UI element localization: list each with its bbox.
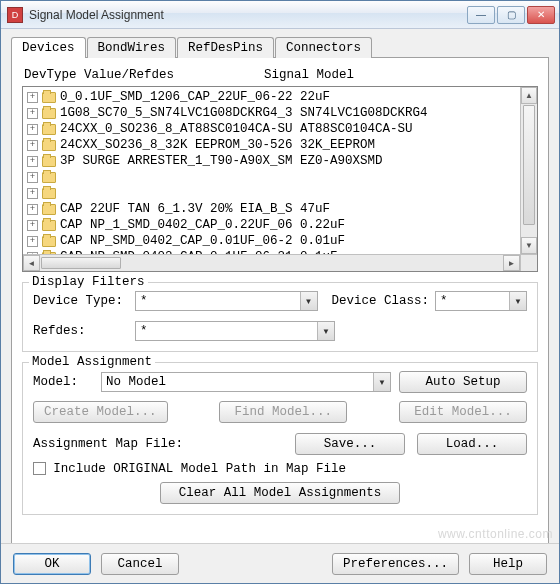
expand-icon[interactable]: +	[27, 156, 38, 167]
expand-icon[interactable]: +	[27, 172, 38, 183]
load-map-button[interactable]: Load...	[417, 433, 527, 455]
device-class-value: *	[440, 294, 448, 308]
tree-header: DevType Value/Refdes Signal Model	[24, 68, 538, 82]
vertical-scrollbar[interactable]: ▲ ▼	[520, 87, 537, 254]
tree-row[interactable]: +3P SURGE ARRESTER_1_T90-A90X_SM EZ0-A90…	[25, 153, 517, 169]
model-assignment-group: Model Assignment Model: No Model ▼ Auto …	[22, 362, 538, 515]
folder-icon	[42, 220, 56, 231]
folder-icon	[42, 172, 56, 183]
tab-connectors[interactable]: Connectors	[275, 37, 372, 58]
device-type-value: *	[140, 294, 148, 308]
scroll-left-icon[interactable]: ◄	[23, 255, 40, 271]
model-label: Model:	[33, 375, 93, 389]
folder-icon	[42, 140, 56, 151]
auto-setup-button[interactable]: Auto Setup	[399, 371, 527, 393]
include-original-label: Include ORIGINAL Model Path in Map File	[53, 462, 346, 476]
tree-row[interactable]: +CAP NP_SMD_0402_CAP_0.01UF_06-2 0.01uF	[25, 233, 517, 249]
footer: OK Cancel Preferences... Help	[1, 543, 559, 583]
display-filters-title: Display Filters	[29, 275, 148, 289]
tree-row[interactable]: +24CXX_SO236_8_32K EEPROM_30-526 32K_EEP…	[25, 137, 517, 153]
tree-row-text: 24CXX_0_SO236_8_AT88SC0104CA-SU AT88SC01…	[60, 122, 413, 136]
col-devtype: DevType Value/Refdes	[24, 68, 264, 82]
tree-row-text: CAP 22UF TAN 6_1.3V 20% EIA_B_S 47uF	[60, 202, 330, 216]
tree-row-text: 1G08_SC70_5_SN74LVC1G08DCKRG4_3 SN74LVC1…	[60, 106, 428, 120]
map-file-label: Assignment Map File:	[33, 437, 183, 451]
expand-icon[interactable]: +	[27, 92, 38, 103]
expand-icon[interactable]: +	[27, 140, 38, 151]
device-class-label: Device Class:	[332, 294, 430, 308]
expand-icon[interactable]: +	[27, 188, 38, 199]
folder-icon	[42, 92, 56, 103]
expand-icon[interactable]: +	[27, 124, 38, 135]
window-buttons: — ▢ ✕	[467, 6, 555, 24]
tabstrip: Devices BondWires RefDesPins Connectors	[11, 37, 549, 58]
folder-icon	[42, 204, 56, 215]
expand-icon[interactable]: +	[27, 108, 38, 119]
vscroll-thumb[interactable]	[523, 105, 535, 225]
minimize-button[interactable]: —	[467, 6, 495, 24]
folder-icon	[42, 236, 56, 247]
tab-bondwires[interactable]: BondWires	[87, 37, 177, 58]
tree-row-text: 24CXX_SO236_8_32K EEPROM_30-526 32K_EEPR…	[60, 138, 375, 152]
window: D Signal Model Assignment — ▢ ✕ Devices …	[0, 0, 560, 584]
scroll-down-icon[interactable]: ▼	[521, 237, 537, 254]
refdes-value: *	[140, 324, 148, 338]
expand-icon[interactable]: +	[27, 220, 38, 231]
model-value: No Model	[106, 375, 166, 389]
tree-row-text: CAP NP_1_SMD_0402_CAP_0.22UF_06 0.22uF	[60, 218, 345, 232]
device-tree[interactable]: +0_0.1UF_SMD_1206_CAP_22UF_06-22 22uF+1G…	[22, 86, 538, 272]
device-class-combo[interactable]: * ▼	[435, 291, 527, 311]
create-model-button[interactable]: Create Model...	[33, 401, 168, 423]
ok-button[interactable]: OK	[13, 553, 91, 575]
close-button[interactable]: ✕	[527, 6, 555, 24]
tree-row[interactable]: +24CXX_0_SO236_8_AT88SC0104CA-SU AT88SC0…	[25, 121, 517, 137]
titlebar: D Signal Model Assignment — ▢ ✕	[1, 1, 559, 29]
refdes-label: Refdes:	[33, 324, 129, 338]
tree-row[interactable]: +CAP NP_1_SMD_0402_CAP_0.22UF_06 0.22uF	[25, 217, 517, 233]
tab-pane: DevType Value/Refdes Signal Model +0_0.1…	[11, 57, 549, 549]
help-button[interactable]: Help	[469, 553, 547, 575]
folder-icon	[42, 156, 56, 167]
model-combo[interactable]: No Model ▼	[101, 372, 391, 392]
expand-icon[interactable]: +	[27, 236, 38, 247]
horizontal-scrollbar[interactable]: ◄ ►	[23, 254, 520, 271]
model-assignment-title: Model Assignment	[29, 355, 155, 369]
chevron-down-icon[interactable]: ▼	[300, 292, 317, 310]
tab-refdespins[interactable]: RefDesPins	[177, 37, 274, 58]
tree-row-text: 0_0.1UF_SMD_1206_CAP_22UF_06-22 22uF	[60, 90, 330, 104]
edit-model-button[interactable]: Edit Model...	[399, 401, 527, 423]
tree-row[interactable]: +0_0.1UF_SMD_1206_CAP_22UF_06-22 22uF	[25, 89, 517, 105]
tree-row-text: 3P SURGE ARRESTER_1_T90-A90X_SM EZ0-A90X…	[60, 154, 383, 168]
tree-row[interactable]: +CAP 22UF TAN 6_1.3V 20% EIA_B_S 47uF	[25, 201, 517, 217]
expand-icon[interactable]: +	[27, 204, 38, 215]
content: Devices BondWires RefDesPins Connectors …	[1, 29, 559, 557]
cancel-button[interactable]: Cancel	[101, 553, 179, 575]
tree-row[interactable]: +1G08_SC70_5_SN74LVC1G08DCKRG4_3 SN74LVC…	[25, 105, 517, 121]
tree-row[interactable]: +	[25, 185, 517, 201]
chevron-down-icon[interactable]: ▼	[373, 373, 390, 391]
find-model-button[interactable]: Find Model...	[219, 401, 347, 423]
scroll-up-icon[interactable]: ▲	[521, 87, 537, 104]
tab-devices[interactable]: Devices	[11, 37, 86, 58]
refdes-combo[interactable]: * ▼	[135, 321, 335, 341]
save-map-button[interactable]: Save...	[295, 433, 405, 455]
device-type-label: Device Type:	[33, 294, 129, 308]
folder-icon	[42, 124, 56, 135]
tree-row[interactable]: +	[25, 169, 517, 185]
scroll-corner	[520, 254, 537, 271]
device-type-combo[interactable]: * ▼	[135, 291, 318, 311]
col-signalmodel: Signal Model	[264, 68, 354, 82]
preferences-button[interactable]: Preferences...	[332, 553, 459, 575]
include-original-checkbox[interactable]	[33, 462, 46, 475]
chevron-down-icon[interactable]: ▼	[509, 292, 526, 310]
chevron-down-icon[interactable]: ▼	[317, 322, 334, 340]
display-filters-group: Display Filters Device Type: * ▼ Device …	[22, 282, 538, 352]
hscroll-thumb[interactable]	[41, 257, 121, 269]
clear-all-button[interactable]: Clear All Model Assignments	[160, 482, 400, 504]
tree-row-text: CAP NP_SMD_0402_CAP_0.01UF_06-2 0.01uF	[60, 234, 345, 248]
window-title: Signal Model Assignment	[29, 8, 467, 22]
folder-icon	[42, 108, 56, 119]
scroll-right-icon[interactable]: ►	[503, 255, 520, 271]
app-icon: D	[7, 7, 23, 23]
maximize-button[interactable]: ▢	[497, 6, 525, 24]
